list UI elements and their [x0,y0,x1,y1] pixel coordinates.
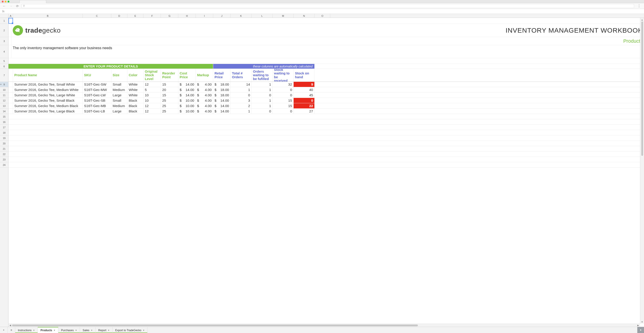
cell[interactable] [8,98,13,103]
stock-on-hand-cell[interactable]: 0 [294,98,315,103]
row-header[interactable]: 13 [0,103,8,108]
reorder-cell[interactable]: 20 [161,87,178,92]
row-header[interactable]: 1 [0,18,8,24]
window-close-icon[interactable] [2,1,4,2]
sheet-tab[interactable]: Sales▼ [80,327,96,333]
row-header[interactable]: 16 [0,119,8,125]
reload-button[interactable]: ⟳ [15,4,20,8]
money-cell[interactable]: $18.00 [213,87,230,92]
product-name-cell[interactable]: Summer 2016, Gecko Tee, Small Black [13,98,83,103]
money-cell[interactable]: $4.00 [196,92,213,98]
row-header[interactable]: 2 [0,24,8,37]
money-cell[interactable]: $4.00 [196,108,213,114]
add-sheet-button[interactable]: + [0,327,8,333]
orders-cell[interactable]: 1 [230,87,252,92]
money-cell[interactable]: $4.00 [196,82,213,87]
vertical-scroll-thumb[interactable] [641,22,643,156]
column-header[interactable]: C [83,14,111,18]
chevron-down-icon[interactable]: ▼ [33,329,35,332]
scroll-left-icon[interactable]: ◀ [8,324,12,327]
waiting-fulfill-cell[interactable]: 0 [252,92,272,98]
orders-cell[interactable]: 14 [230,82,252,87]
money-cell[interactable]: $14.00 [178,92,196,98]
waiting-receive-cell[interactable]: 0 [272,92,294,98]
chevron-down-icon[interactable]: ▼ [91,329,93,332]
scroll-down-icon[interactable]: ▼ [641,320,643,324]
money-cell[interactable]: $18.00 [213,82,230,87]
orig-stock-cell[interactable]: 12 [144,108,161,114]
money-cell[interactable]: $14.00 [178,82,196,87]
stock-on-hand-cell[interactable]: 45 [294,92,315,98]
column-header[interactable]: M [272,14,294,18]
row-header[interactable]: 3 [0,37,8,45]
money-cell[interactable]: $14.00 [213,98,230,103]
chevron-down-icon[interactable]: ▼ [54,329,56,332]
scroll-right-icon[interactable]: ▶ [636,324,640,327]
waiting-fulfill-cell[interactable]: 0 [252,108,272,114]
orig-stock-cell[interactable]: 5 [144,87,161,92]
row-header[interactable]: 6 [0,64,8,69]
orders-cell[interactable]: 0 [230,92,252,98]
orig-stock-cell[interactable]: 10 [144,92,161,98]
row-header[interactable]: 20 [0,141,8,146]
reorder-cell[interactable]: 15 [161,92,178,98]
waiting-receive-cell[interactable]: 15 [272,103,294,108]
page-title-cell[interactable]: INVENTORY MANAGEMENT WORKBOOK [62,24,644,37]
cell[interactable] [8,103,13,108]
product-name-cell[interactable]: Summer 2016, Gecko Tee, Medium White [13,87,83,92]
column-header[interactable]: J [213,14,230,18]
orders-cell[interactable]: 2 [230,103,252,108]
address-bar[interactable]: ⚲ [22,4,634,8]
horizontal-scrollbar[interactable]: ◀ ▶ [8,324,640,327]
cell[interactable] [8,87,13,92]
orig-stock-cell[interactable]: 12 [144,103,161,108]
chevron-down-icon[interactable]: ▼ [142,329,144,332]
money-cell[interactable]: $4.00 [196,98,213,103]
column-header[interactable]: B [13,14,83,18]
size-cell[interactable]: Small [111,82,127,87]
money-cell[interactable]: $18.00 [213,92,230,98]
table-header-blue[interactable]: Stock on hand [294,69,315,82]
stock-on-hand-cell[interactable]: 27 [294,108,315,114]
table-header-blue[interactable]: Orders waiting to be fufilled [252,69,272,82]
column-header[interactable]: N [294,14,315,18]
row-header[interactable]: 12 [0,98,8,103]
row-header[interactable]: 18 [0,130,8,136]
column-header[interactable]: L [252,14,272,18]
reorder-cell[interactable]: 25 [161,98,178,103]
row-header[interactable]: 11 [0,92,8,98]
product-name-cell[interactable]: Summer 2016, Gecko Tee, Medium Black [13,103,83,108]
table-header-blue[interactable]: Retail Price [213,69,230,82]
product-name-cell[interactable]: Summer 2016, Gecko Tee, Large White [13,92,83,98]
chevron-down-icon[interactable]: ▼ [108,329,110,332]
grid-cells[interactable]: tradegecko INVENTORY MANAGEMENT WORKBOOK… [8,18,644,327]
product-name-cell[interactable]: Summer 2016, Gecko Tee, Small White [13,82,83,87]
column-header[interactable]: A [8,14,13,18]
money-cell[interactable]: $10.00 [178,108,196,114]
color-cell[interactable]: Black [127,98,144,103]
chevron-down-icon[interactable]: ▼ [75,329,77,332]
sku-cell[interactable]: S16T-Gec-LW [83,92,111,98]
size-cell[interactable]: Small [111,98,127,103]
column-header[interactable]: D [111,14,127,18]
window-minimize-icon[interactable] [5,1,6,2]
table-header-blue[interactable]: Stock waiting to be received [272,69,294,82]
section-auto-calculated[interactable]: these columns are automatically calculat… [213,64,315,68]
money-cell[interactable]: $14.00 [213,108,230,114]
row-header[interactable]: 9▾ [0,82,8,87]
stock-on-hand-cell[interactable]: 9 [294,82,315,87]
table-header-green[interactable]: SKU [83,69,111,82]
page-subtitle-cell[interactable]: Products [12,37,644,45]
sheet-tab[interactable]: Instructions▼ [15,327,38,333]
table-header-green[interactable]: Original Stock Level [144,69,161,82]
table-header-green[interactable]: Size [111,69,127,82]
window-zoom-icon[interactable] [8,1,10,2]
waiting-fulfill-cell[interactable]: 1 [252,82,272,87]
waiting-receive-cell[interactable]: 0 [272,108,294,114]
column-header[interactable]: I [196,14,213,18]
stock-on-hand-cell[interactable]: 22 [294,103,315,108]
column-header[interactable]: F [144,14,161,18]
color-cell[interactable]: White [127,92,144,98]
sku-cell[interactable]: S16T-Gec-SB [83,98,111,103]
orders-cell[interactable]: 1 [230,108,252,114]
